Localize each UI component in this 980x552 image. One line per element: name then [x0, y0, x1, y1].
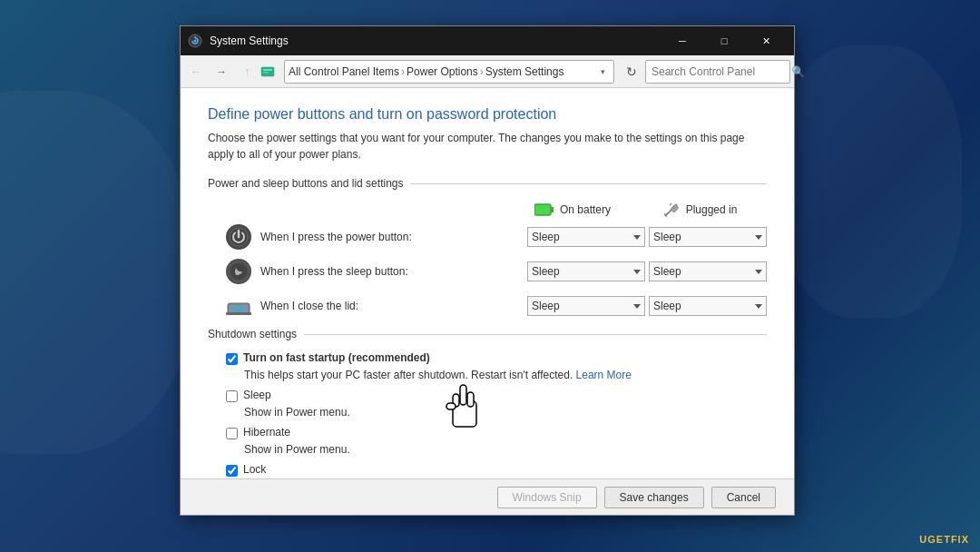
breadcrumb-all-control-panel[interactable]: All Control Panel Items — [289, 65, 399, 78]
navigation-bar: ← → ↑ All Control Panel Items › Power Op… — [181, 55, 794, 88]
close-lid-label: When I close the lid: — [260, 300, 527, 312]
shutdown-section: Shutdown settings Turn on fast startup (… — [208, 328, 767, 478]
title-bar: System Settings ─ □ ✕ — [181, 26, 794, 55]
up-button[interactable]: ↑ — [235, 60, 259, 84]
close-lid-icon — [226, 293, 251, 319]
power-button-icon — [226, 224, 251, 250]
search-input[interactable] — [652, 65, 788, 78]
save-changes-button[interactable]: Save changes — [604, 487, 704, 508]
close-button[interactable]: ✕ — [745, 26, 787, 55]
power-sleep-label: Power and sleep buttons and lid settings — [208, 177, 403, 190]
watermark: UGETFIX — [919, 534, 969, 545]
hibernate-sublabel: Show in Power menu. — [208, 443, 767, 456]
hibernate-row: Hibernate — [208, 426, 767, 439]
svg-rect-6 — [551, 207, 554, 212]
sleep-button-plugged-select[interactable]: Sleep Do nothing Hibernate Shut down — [649, 261, 767, 281]
close-lid-battery-select[interactable]: Sleep Do nothing Hibernate Shut down — [527, 296, 645, 316]
plugged-label: Plugged in — [686, 203, 738, 216]
power-button-row: When I press the power button: Sleep Do … — [208, 224, 767, 250]
svg-rect-4 — [263, 72, 269, 74]
close-lid-dropdowns: Sleep Do nothing Hibernate Shut down Sle… — [527, 296, 767, 316]
lock-option-label: Lock — [243, 463, 266, 476]
page-title: Define power buttons and turn on passwor… — [208, 106, 767, 123]
lock-row: Lock — [208, 463, 767, 477]
footer: Windows Snip Save changes Cancel — [181, 478, 794, 515]
content-area: Define power buttons and turn on passwor… — [181, 88, 794, 478]
shutdown-section-header: Shutdown settings — [208, 328, 767, 340]
breadcrumb: All Control Panel Items › Power Options … — [289, 65, 595, 78]
section-divider — [410, 183, 767, 184]
breadcrumb-system-settings[interactable]: System Settings — [485, 65, 564, 78]
maximize-button[interactable]: □ — [703, 26, 745, 55]
power-button-label: When I press the power button: — [260, 231, 527, 243]
svg-rect-16 — [226, 312, 251, 315]
close-lid-row: When I close the lid: Sleep Do nothing H… — [208, 293, 767, 319]
window-controls: ─ □ ✕ — [662, 26, 787, 55]
battery-icon — [534, 203, 554, 216]
svg-rect-7 — [536, 206, 549, 213]
address-icon — [260, 64, 275, 79]
plug-icon — [662, 201, 681, 219]
forward-button[interactable]: → — [210, 60, 233, 84]
power-button-dropdowns: Sleep Do nothing Hibernate Shut down Sle… — [527, 227, 767, 247]
svg-point-17 — [235, 305, 242, 312]
back-button[interactable]: ← — [184, 60, 208, 84]
sleep-button-label: When I press the sleep button: — [260, 265, 527, 278]
minimize-button[interactable]: ─ — [662, 26, 703, 55]
sleep-sublabel: Show in Power menu. — [208, 406, 767, 419]
sleep-button-battery-select[interactable]: Sleep Do nothing Hibernate Shut down — [527, 261, 645, 281]
battery-label: On battery — [560, 203, 611, 216]
search-box[interactable]: 🔍 — [645, 60, 790, 84]
page-description: Choose the power settings that you want … — [208, 130, 767, 163]
search-icon: 🔍 — [791, 65, 805, 78]
fast-startup-checkbox[interactable] — [226, 353, 238, 365]
sleep-button-row: When I press the sleep button: Sleep Do … — [208, 259, 767, 284]
svg-line-10 — [670, 203, 671, 205]
fast-startup-label: Turn on fast startup (recommended) — [243, 351, 430, 364]
breadcrumb-power-options[interactable]: Power Options — [407, 65, 478, 78]
cancel-button[interactable]: Cancel — [711, 487, 776, 508]
fast-startup-row: Turn on fast startup (recommended) — [208, 351, 767, 365]
power-sleep-section-header: Power and sleep buttons and lid settings — [208, 177, 767, 190]
svg-rect-3 — [263, 69, 272, 71]
sleep-option-label: Sleep — [243, 389, 271, 401]
address-dropdown-icon[interactable]: ▾ — [595, 64, 610, 79]
system-settings-window: System Settings ─ □ ✕ ← → ↑ All Control … — [180, 25, 795, 516]
svg-point-1 — [194, 40, 197, 43]
hibernate-option-label: Hibernate — [243, 426, 290, 439]
battery-column-header: On battery — [509, 201, 636, 219]
hibernate-checkbox[interactable] — [226, 428, 238, 439]
refresh-button[interactable]: ↻ — [620, 60, 643, 84]
fast-startup-sublabel: This helps start your PC faster after sh… — [208, 369, 767, 381]
window-icon — [188, 34, 202, 48]
sleep-row: Sleep — [208, 389, 767, 402]
window-title: System Settings — [210, 34, 662, 47]
plugged-column-header: Plugged in — [636, 201, 763, 219]
close-lid-plugged-select[interactable]: Sleep Do nothing Hibernate Shut down — [649, 296, 767, 316]
learn-more-link[interactable]: Learn More — [576, 369, 632, 381]
shutdown-label: Shutdown settings — [208, 328, 297, 340]
sleep-checkbox[interactable] — [226, 390, 238, 402]
shutdown-divider — [304, 334, 767, 335]
power-button-battery-select[interactable]: Sleep Do nothing Hibernate Shut down — [527, 227, 645, 247]
sleep-button-icon — [226, 259, 251, 284]
lock-checkbox[interactable] — [226, 465, 238, 477]
power-button-plugged-select[interactable]: Sleep Do nothing Hibernate Shut down — [649, 227, 767, 247]
sleep-button-dropdowns: Sleep Do nothing Hibernate Shut down Sle… — [527, 261, 767, 281]
address-bar[interactable]: All Control Panel Items › Power Options … — [284, 60, 614, 84]
windows-snip-button[interactable]: Windows Snip — [497, 487, 597, 508]
